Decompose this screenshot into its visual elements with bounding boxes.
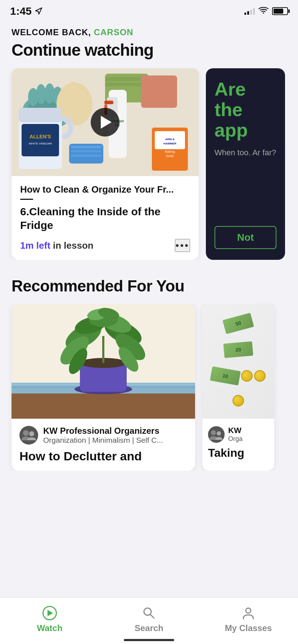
search-nav-icon — [141, 605, 157, 621]
svg-point-59 — [23, 430, 29, 436]
svg-point-16 — [76, 83, 84, 101]
main-content: WELCOME BACK, CARSON Continue watching — [0, 20, 298, 471]
svg-point-63 — [217, 431, 221, 436]
watch-nav-icon — [42, 605, 58, 621]
instructor-avatar-0 — [19, 426, 38, 445]
svg-text:Soda: Soda — [166, 154, 173, 158]
lesson-title: 6.Cleaning the Inside of the Fridge — [20, 205, 190, 232]
svg-rect-23 — [71, 146, 101, 148]
instructor-name-0: KW Professional Organizers — [43, 426, 163, 436]
bottom-navigation: Watch Search My Classes — [0, 597, 298, 644]
svg-point-58 — [19, 426, 38, 445]
location-icon — [35, 7, 42, 15]
coin-3 — [232, 395, 244, 406]
svg-text:Baking: Baking — [165, 150, 175, 153]
watch-play-icon — [48, 610, 53, 616]
promo-body: When too. Ar far? — [215, 147, 276, 158]
search-nav-label: Search — [135, 623, 163, 633]
continue-watching-card[interactable]: ALLEN'S WHITE VINEGAR — [12, 68, 199, 260]
time-left-suffix: in lesson — [50, 240, 94, 251]
bill-10: 10 — [210, 366, 241, 385]
rec-card-1[interactable]: 50 20 10 — [202, 304, 274, 471]
welcome-text: WELCOME BACK, CARSON — [12, 27, 286, 37]
continue-watching-scroll: ALLEN'S WHITE VINEGAR — [0, 68, 298, 260]
course-title: How to Clean & Organize Your Fr... — [20, 184, 190, 195]
nav-item-watch[interactable]: Watch — [0, 602, 99, 633]
watch-circle-icon — [42, 606, 57, 620]
status-time: 1:45 — [10, 5, 32, 17]
svg-text:HAMMER: HAMMER — [163, 142, 176, 145]
instructor-info-0: KW Professional Organizers Organization … — [43, 426, 163, 445]
coin-1 — [241, 370, 253, 382]
nav-item-my-classes[interactable]: My Classes — [199, 602, 298, 633]
svg-point-1 — [263, 12, 264, 14]
rec-card-0-thumbnail — [12, 304, 195, 419]
svg-rect-6 — [141, 75, 177, 108]
rec-card-0[interactable]: KW Professional Organizers Organization … — [12, 304, 195, 471]
instructor-row-0: KW Professional Organizers Organization … — [19, 426, 187, 445]
rec-card-1-body: KW Orga Taking — [202, 419, 274, 467]
watch-nav-label: Watch — [37, 623, 62, 633]
svg-rect-25 — [71, 155, 101, 157]
wifi-icon — [258, 6, 268, 16]
rec-card-1-thumbnail: 50 20 10 — [202, 304, 274, 419]
svg-line-65 — [150, 614, 154, 618]
svg-point-61 — [208, 426, 225, 443]
battery-icon — [272, 7, 288, 15]
time-left: 1m left in lesson — [20, 240, 94, 251]
continue-card-body: How to Clean & Organize Your Fr... 6.Cle… — [12, 176, 199, 260]
partial-course-title: Taking — [208, 446, 268, 460]
recommended-title: Recommended For You — [12, 277, 286, 295]
lesson-title-text: Cleaning the Inside of the Fridge — [20, 206, 161, 231]
play-button[interactable] — [91, 108, 119, 137]
my-classes-nav-label: My Classes — [225, 623, 272, 633]
my-classes-nav-icon — [240, 605, 256, 621]
status-bar: 1:45 — [0, 0, 298, 20]
promo-text: Are the app When too. Ar far? — [215, 79, 276, 158]
time-left-value: 1m left — [20, 240, 50, 251]
svg-point-60 — [29, 431, 34, 436]
partial-instructor-row: KW Orga — [208, 426, 268, 443]
recommended-section: Recommended For You — [12, 277, 286, 471]
svg-point-66 — [246, 608, 251, 613]
svg-point-62 — [211, 430, 216, 435]
signal-bars-icon — [244, 8, 255, 15]
promo-line1: Are the app — [215, 79, 276, 141]
instructor-cats-0: Organization | Minimalism | Self C... — [43, 436, 163, 445]
svg-text:WHITE VINEGAR: WHITE VINEGAR — [29, 142, 52, 145]
rec-course-title-0: How to Declutter and — [19, 449, 187, 464]
coin-2 — [254, 370, 266, 382]
bill-20: 20 — [223, 341, 253, 358]
welcome-prefix: WELCOME BACK, — [12, 27, 91, 37]
bill-50: 50 — [222, 313, 254, 334]
svg-text:ARM &: ARM & — [165, 138, 175, 141]
svg-text:ALLEN'S: ALLEN'S — [30, 134, 51, 139]
play-triangle-icon — [101, 116, 112, 129]
status-icons — [244, 6, 288, 16]
continue-watching-title: Continue watching — [12, 40, 286, 60]
partial-instructor-cats: Orga — [228, 435, 243, 443]
card-divider — [20, 199, 33, 200]
user-name: CARSON — [94, 27, 134, 37]
partial-avatar — [208, 426, 225, 443]
partial-instructor-info: KW Orga — [228, 426, 243, 443]
continue-card-thumbnail: ALLEN'S WHITE VINEGAR — [12, 68, 199, 176]
partial-instructor-name: KW — [228, 426, 243, 435]
card-footer: 1m left in lesson ••• — [20, 239, 190, 252]
not-button[interactable]: Not — [215, 226, 276, 249]
svg-marker-0 — [36, 8, 42, 14]
more-options-button[interactable]: ••• — [175, 239, 190, 252]
svg-rect-18 — [19, 108, 62, 122]
plant-illustration — [12, 304, 195, 419]
svg-rect-28 — [104, 101, 113, 104]
svg-rect-19 — [22, 124, 59, 156]
money-visual: 50 20 10 — [202, 304, 274, 419]
recommended-scroll: KW Professional Organizers Organization … — [0, 304, 298, 471]
svg-point-10 — [36, 84, 46, 104]
nav-item-search[interactable]: Search — [99, 602, 199, 633]
lesson-number: 6. — [20, 206, 29, 217]
rec-card-0-body: KW Professional Organizers Organization … — [12, 419, 195, 471]
promo-card: Are the app When too. Ar far? Not — [206, 68, 285, 260]
svg-rect-24 — [71, 150, 101, 152]
home-indicator — [124, 639, 174, 641]
